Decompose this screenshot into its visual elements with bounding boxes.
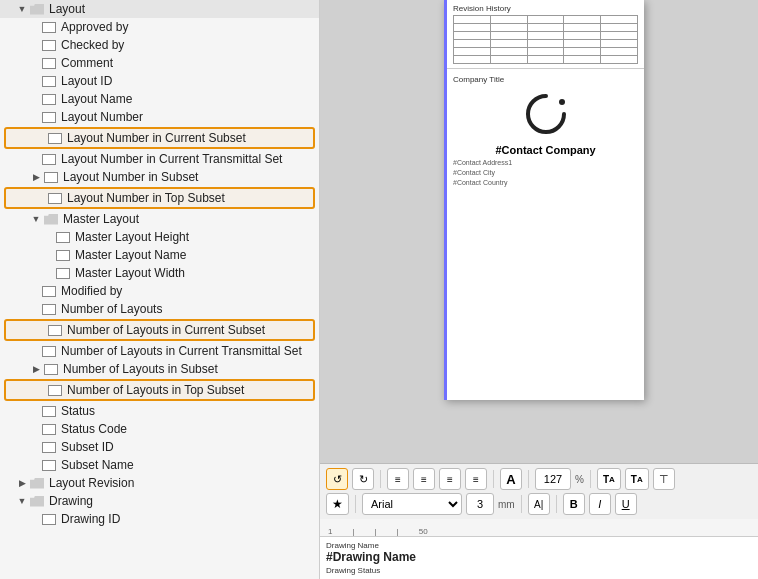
canvas-area[interactable]: Revision History Company Title bbox=[320, 0, 758, 463]
italic-button[interactable]: I bbox=[589, 493, 611, 515]
tree-item-comment[interactable]: Comment bbox=[0, 54, 319, 72]
folder-icon bbox=[30, 478, 44, 489]
tree-root-layout-label: Layout bbox=[49, 2, 85, 16]
field-icon bbox=[42, 94, 56, 105]
align-justify-button[interactable]: ≡ bbox=[465, 468, 487, 490]
canvas-panel: Revision History Company Title bbox=[320, 0, 758, 579]
expand-icon: ▼ bbox=[16, 3, 28, 15]
bold-button[interactable]: B bbox=[563, 493, 585, 515]
undo-button[interactable]: ↺ bbox=[326, 468, 348, 490]
font-size-a-button[interactable]: A bbox=[500, 468, 522, 490]
drawing-status-label: Drawing Status bbox=[326, 566, 752, 575]
tree-root-layout[interactable]: ▼ Layout bbox=[0, 0, 319, 18]
undo-icon: ↺ bbox=[333, 473, 342, 486]
field-icon bbox=[42, 76, 56, 87]
redo-button[interactable]: ↻ bbox=[352, 468, 374, 490]
tree-item-layout-number-top-subset[interactable]: Layout Number in Top Subset bbox=[4, 187, 315, 209]
tree-item-number-of-layouts-top-subset[interactable]: Number of Layouts in Top Subset bbox=[4, 379, 315, 401]
folder-icon bbox=[44, 214, 58, 225]
tree-item-label: Layout Name bbox=[61, 92, 132, 106]
ruler-mark: 50 bbox=[419, 527, 428, 536]
tree-item-layout-number-current-subset[interactable]: Layout Number in Current Subset bbox=[4, 127, 315, 149]
tree-item-label: Number of Layouts bbox=[61, 302, 162, 316]
tree-item-layout-number-transmittal[interactable]: Layout Number in Current Transmittal Set bbox=[0, 150, 319, 168]
tree-item-label: Master Layout Width bbox=[75, 266, 185, 280]
field-icon bbox=[42, 514, 56, 525]
bottom-labels: Drawing Name #Drawing Name Drawing Statu… bbox=[320, 537, 758, 579]
font-size-input[interactable] bbox=[466, 493, 494, 515]
tree-item-modified-by[interactable]: Modified by bbox=[0, 282, 319, 300]
drawing-name-value: #Drawing Name bbox=[326, 550, 752, 564]
tree-item-master-layout-height[interactable]: Master Layout Height bbox=[0, 228, 319, 246]
revision-history-section: Revision History bbox=[447, 0, 644, 69]
align-left-button[interactable]: ≡ bbox=[387, 468, 409, 490]
tree-item-label: Layout Revision bbox=[49, 476, 134, 490]
tree-item-drawing-id[interactable]: Drawing ID bbox=[0, 510, 319, 528]
company-section: Company Title #Contact Company #Contact … bbox=[447, 69, 644, 193]
tree-item-number-of-layouts-current-subset[interactable]: Number of Layouts in Current Subset bbox=[4, 319, 315, 341]
font-select[interactable]: Arial Helvetica Times New Roman bbox=[362, 493, 462, 515]
field-icon bbox=[44, 364, 58, 375]
field-icon bbox=[42, 406, 56, 417]
expand-icon: ▶ bbox=[30, 363, 42, 375]
tree-item-status-code[interactable]: Status Code bbox=[0, 420, 319, 438]
toolbar-divider2 bbox=[493, 470, 494, 488]
tree-item-label: Master Layout Name bbox=[75, 248, 186, 262]
field-icon bbox=[42, 442, 56, 453]
svg-point-0 bbox=[559, 99, 565, 105]
align-icon-button[interactable]: A| bbox=[528, 493, 550, 515]
zoom-percent-label: % bbox=[575, 474, 584, 485]
tree-item-label: Checked by bbox=[61, 38, 124, 52]
field-icon bbox=[42, 22, 56, 33]
tree-item-subset-name[interactable]: Subset Name bbox=[0, 456, 319, 474]
tree-item-label: Drawing bbox=[49, 494, 93, 508]
underline-button[interactable]: U bbox=[615, 493, 637, 515]
tree-item-label: Drawing ID bbox=[61, 512, 120, 526]
font-unit-label: mm bbox=[498, 499, 515, 510]
revision-table bbox=[453, 15, 638, 64]
page-sheet: Revision History Company Title bbox=[444, 0, 644, 400]
ta1-button[interactable]: TA bbox=[597, 468, 621, 490]
drawing-name-label: Drawing Name bbox=[326, 541, 752, 550]
tree-item-label: Number of Layouts in Subset bbox=[63, 362, 218, 376]
align-right-button[interactable]: ≡ bbox=[439, 468, 461, 490]
field-icon bbox=[42, 112, 56, 123]
tree-item-layout-number[interactable]: Layout Number bbox=[0, 108, 319, 126]
tree-item-number-of-layouts-transmittal[interactable]: Number of Layouts in Current Transmittal… bbox=[0, 342, 319, 360]
ta2-button[interactable]: TA bbox=[625, 468, 649, 490]
tree-item-drawing[interactable]: ▼ Drawing bbox=[0, 492, 319, 510]
ruler-mark: | bbox=[375, 527, 377, 536]
tree-item-label: Master Layout bbox=[63, 212, 139, 226]
tree-item-label: Layout Number in Current Transmittal Set bbox=[61, 152, 282, 166]
company-logo bbox=[453, 92, 638, 136]
tree-item-label: Layout Number in Top Subset bbox=[67, 191, 225, 205]
align-center-button[interactable]: ≡ bbox=[413, 468, 435, 490]
tree-item-label: Subset ID bbox=[61, 440, 114, 454]
zoom-value-input[interactable] bbox=[535, 468, 571, 490]
tree-item-layout-number-subset[interactable]: ▶ Layout Number in Subset bbox=[0, 168, 319, 186]
tree-item-subset-id[interactable]: Subset ID bbox=[0, 438, 319, 456]
star-button[interactable]: ★ bbox=[326, 493, 349, 515]
tree-item-master-layout-width[interactable]: Master Layout Width bbox=[0, 264, 319, 282]
tree-item-label: Number of Layouts in Current Subset bbox=[67, 323, 265, 337]
tree-item-layout-id[interactable]: Layout ID bbox=[0, 72, 319, 90]
tree-item-status[interactable]: Status bbox=[0, 402, 319, 420]
field-icon bbox=[56, 250, 70, 261]
tree-item-number-of-layouts-subset[interactable]: ▶ Number of Layouts in Subset bbox=[0, 360, 319, 378]
toolbar-divider4 bbox=[590, 470, 591, 488]
tree-item-layout-revision[interactable]: ▶ Layout Revision bbox=[0, 474, 319, 492]
tree-item-approved-by[interactable]: Approved by bbox=[0, 18, 319, 36]
tree-item-label: Layout Number bbox=[61, 110, 143, 124]
tree-item-layout-name[interactable]: Layout Name bbox=[0, 90, 319, 108]
tree-panel[interactable]: ▼ Layout Approved by Checked by Comment … bbox=[0, 0, 320, 579]
tree-item-master-layout-name[interactable]: Master Layout Name bbox=[0, 246, 319, 264]
field-icon bbox=[42, 154, 56, 165]
tree-item-checked-by[interactable]: Checked by bbox=[0, 36, 319, 54]
tree-item-number-of-layouts[interactable]: Number of Layouts bbox=[0, 300, 319, 318]
expand-icon: ▼ bbox=[30, 213, 42, 225]
tree-item-master-layout[interactable]: ▼ Master Layout bbox=[0, 210, 319, 228]
field-icon bbox=[56, 232, 70, 243]
tree-item-label: Subset Name bbox=[61, 458, 134, 472]
expand-icon: ▶ bbox=[30, 171, 42, 183]
cross-button[interactable]: ⊤ bbox=[653, 468, 675, 490]
